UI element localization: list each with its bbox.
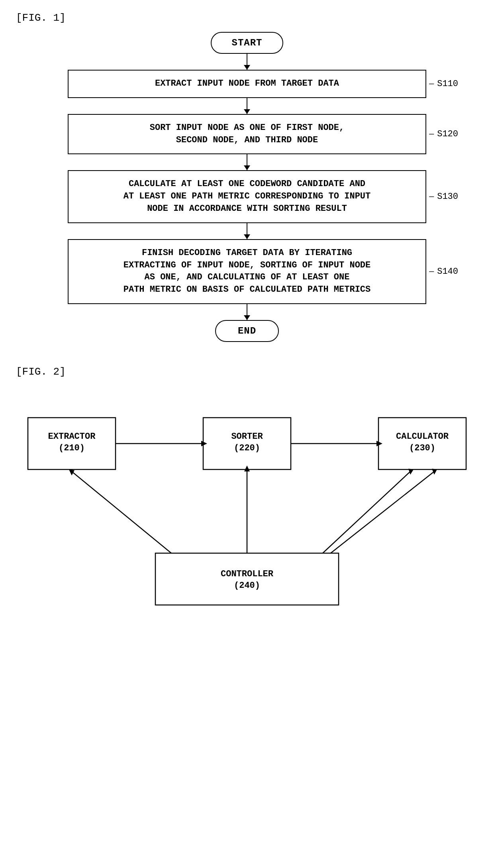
flowchart-1: START EXTRACT INPUT NODE FROM TARGET DAT… xyxy=(16,32,478,342)
step-s140-label: S140 xyxy=(429,267,458,277)
step-s130-box: CALCULATE AT LEAST ONE CODEWORD CANDIDAT… xyxy=(68,170,426,223)
step-s120-label: S120 xyxy=(429,129,458,139)
svg-line-9 xyxy=(331,471,434,553)
fig2-label: [FIG. 2] xyxy=(16,366,478,378)
end-node: END xyxy=(215,320,279,342)
diagram2: EXTRACTOR (210) SORTER (220) CALCULATOR … xyxy=(16,386,478,625)
step-s140-box: FINISH DECODING TARGET DATA BY ITERATING… xyxy=(68,239,426,304)
svg-line-6 xyxy=(72,471,171,553)
step-s110-label: S110 xyxy=(429,79,458,89)
step-s130-label: S130 xyxy=(429,192,458,202)
arrow-s140-end xyxy=(247,304,247,320)
step-s120-box: SORT INPUT NODE AS ONE OF FIRST NODE, SE… xyxy=(68,114,426,155)
arrow-start-s110 xyxy=(247,54,247,70)
step-s120-wrapper: SORT INPUT NODE AS ONE OF FIRST NODE, SE… xyxy=(68,114,426,155)
step-s110-box: EXTRACT INPUT NODE FROM TARGET DATA xyxy=(68,70,426,98)
arrow-s130-s140 xyxy=(247,223,247,239)
step-s130-wrapper: CALCULATE AT LEAST ONE CODEWORD CANDIDAT… xyxy=(68,170,426,223)
extractor-id: (210) xyxy=(59,443,85,453)
sorter-name: SORTER xyxy=(231,432,263,442)
step-s110-wrapper: EXTRACT INPUT NODE FROM TARGET DATA S110 xyxy=(68,70,426,98)
arrow-s120-s130 xyxy=(247,154,247,170)
arrow-s110-s120 xyxy=(247,98,247,114)
sorter-id: (220) xyxy=(234,443,260,453)
controller-name: CONTROLLER xyxy=(221,569,274,579)
calculator-id: (230) xyxy=(409,443,435,453)
arrow-controller-calculator-1 xyxy=(408,469,414,475)
fig1-label: [FIG. 1] xyxy=(16,12,478,24)
start-node: START xyxy=(211,32,283,54)
svg-rect-3 xyxy=(155,553,339,605)
calculator-name: CALCULATOR xyxy=(396,432,449,442)
step-s140-wrapper: FINISH DECODING TARGET DATA BY ITERATING… xyxy=(68,239,426,304)
svg-line-8 xyxy=(323,471,410,553)
controller-id: (240) xyxy=(234,581,260,591)
extractor-name: EXTRACTOR xyxy=(48,432,96,442)
arrow-controller-calculator-2 xyxy=(432,469,437,475)
